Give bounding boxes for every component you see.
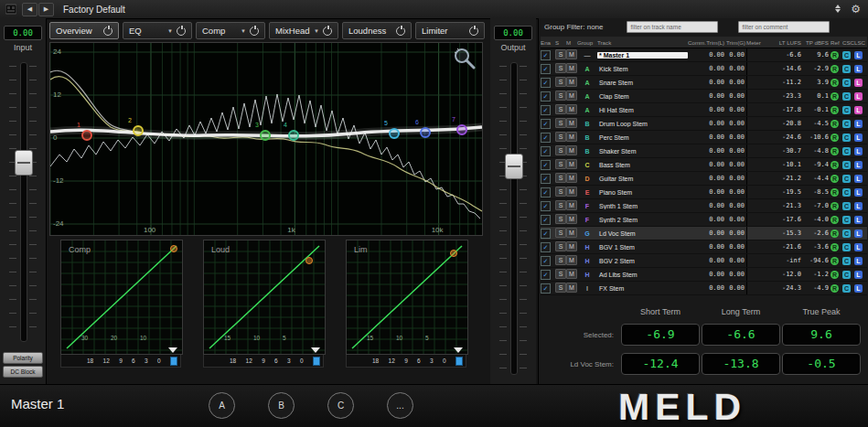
trim-group-value[interactable]: 0.00 bbox=[726, 79, 746, 86]
preset-name[interactable]: Factory Default bbox=[63, 5, 125, 15]
trim-local-value[interactable]: 0.00 bbox=[706, 161, 726, 168]
eq-power-icon[interactable] bbox=[177, 27, 186, 36]
lsc-button[interactable]: L bbox=[854, 51, 863, 59]
table-row[interactable]: ✓ S M B Perc Stem 0.00 0.00 -24.6 -10.6 … bbox=[541, 131, 867, 144]
lsc-button[interactable]: L bbox=[854, 284, 863, 293]
group-filter-label[interactable]: Group Filter: none bbox=[544, 23, 603, 31]
trim-group-value[interactable]: 0.00 bbox=[726, 271, 746, 278]
track-name[interactable]: Kick Stem bbox=[597, 66, 688, 72]
lsc-button[interactable]: L bbox=[854, 216, 863, 224]
trim-group-value[interactable]: 0.00 bbox=[726, 133, 746, 141]
mute-button[interactable]: M bbox=[566, 283, 577, 293]
ref-button[interactable]: R bbox=[830, 51, 839, 59]
csc-button[interactable]: C bbox=[842, 65, 851, 73]
track-name[interactable]: Synth 1 Stem bbox=[597, 203, 688, 209]
trim-group-value[interactable]: 0.00 bbox=[726, 243, 746, 251]
enable-checkbox[interactable]: ✓ bbox=[541, 187, 551, 197]
ref-button[interactable]: R bbox=[830, 230, 839, 238]
mute-button[interactable]: M bbox=[566, 132, 577, 142]
comp-threshold-node[interactable] bbox=[170, 245, 177, 252]
solo-button[interactable]: S bbox=[555, 173, 566, 183]
output-fader[interactable] bbox=[490, 62, 536, 373]
trim-local-value[interactable]: 0.00 bbox=[706, 175, 726, 182]
csc-button[interactable]: C bbox=[842, 106, 851, 114]
enable-checkbox[interactable]: ✓ bbox=[541, 64, 551, 74]
solo-button[interactable]: S bbox=[555, 200, 566, 210]
csc-button[interactable]: C bbox=[842, 202, 851, 210]
enable-checkbox[interactable]: ✓ bbox=[541, 146, 551, 156]
loudness-marker[interactable] bbox=[311, 347, 320, 353]
enable-checkbox[interactable]: ✓ bbox=[541, 283, 551, 294]
mute-button[interactable]: M bbox=[566, 187, 577, 197]
loudness-power-icon[interactable] bbox=[396, 27, 405, 36]
mute-button[interactable]: M bbox=[566, 159, 577, 169]
overview-power-icon[interactable] bbox=[103, 27, 113, 36]
mute-button[interactable]: M bbox=[566, 104, 577, 114]
solo-button[interactable]: S bbox=[555, 269, 566, 279]
csc-button[interactable]: C bbox=[842, 92, 851, 101]
csc-button[interactable]: C bbox=[842, 230, 851, 238]
trim-group-value[interactable]: 0.00 bbox=[726, 106, 746, 113]
polarity-button[interactable]: Polarity bbox=[3, 352, 43, 364]
limiter-threshold-node[interactable] bbox=[450, 250, 457, 257]
solo-button[interactable]: S bbox=[555, 132, 566, 142]
lsc-button[interactable]: L bbox=[854, 243, 863, 251]
table-row[interactable]: ✓ S M — * Master 1 0.00 0.00 -6.6 9.6 R … bbox=[541, 48, 867, 62]
trim-local-value[interactable]: 0.00 bbox=[706, 79, 726, 86]
track-name[interactable]: BGV 2 Stem bbox=[597, 258, 688, 264]
mute-button[interactable]: M bbox=[566, 173, 577, 183]
solo-button[interactable]: S bbox=[555, 187, 566, 197]
lsc-button[interactable]: L bbox=[854, 175, 863, 183]
table-row[interactable]: ✓ S M A Hi Hat Stem 0.00 0.00 -17.8 -0.1… bbox=[541, 103, 867, 117]
mute-button[interactable]: M bbox=[566, 214, 577, 224]
trim-local-value[interactable]: 0.00 bbox=[706, 216, 726, 223]
lsc-button[interactable]: L bbox=[854, 133, 863, 142]
solo-button[interactable]: S bbox=[555, 241, 566, 251]
track-name[interactable]: Guitar Stem bbox=[597, 176, 688, 182]
ref-button[interactable]: R bbox=[830, 216, 839, 224]
table-row[interactable]: ✓ S M D Guitar Stem 0.00 0.00 -21.2 -4.4… bbox=[541, 172, 867, 186]
track-name[interactable]: Snare Stem bbox=[597, 80, 688, 86]
csc-button[interactable]: C bbox=[842, 120, 851, 128]
table-row[interactable]: ✓ S M H Ad Libs Stem 0.00 0.00 -12.0 -1.… bbox=[541, 268, 867, 282]
trim-local-value[interactable]: 0.00 bbox=[706, 243, 726, 251]
loudness-transfer-graph[interactable]: Loud 15 10 5 bbox=[203, 240, 326, 355]
table-row[interactable]: ✓ S M H BGV 2 Stem 0.00 0.00 -inf -94.6 … bbox=[541, 254, 867, 268]
mute-button[interactable]: M bbox=[566, 145, 577, 155]
limiter-marker[interactable] bbox=[454, 347, 463, 353]
output-fader-track[interactable] bbox=[510, 62, 518, 375]
enable-checkbox[interactable]: ✓ bbox=[541, 160, 551, 170]
tab-comp[interactable]: Comp ▼ bbox=[196, 22, 265, 39]
ref-button[interactable]: R bbox=[830, 147, 839, 155]
table-row[interactable]: ✓ S M B Shaker Stem 0.00 0.00 -30.7 -4.8… bbox=[541, 144, 867, 158]
input-gain-value[interactable]: 0.00 bbox=[4, 26, 42, 40]
mute-button[interactable]: M bbox=[566, 200, 577, 210]
eq-node[interactable] bbox=[133, 125, 144, 136]
output-gain-value[interactable]: 0.00 bbox=[494, 26, 532, 40]
enable-checkbox[interactable]: ✓ bbox=[541, 215, 551, 225]
chevron-down-icon[interactable]: ▼ bbox=[241, 28, 246, 34]
chevron-down-icon[interactable]: ▼ bbox=[167, 28, 173, 34]
csc-button[interactable]: C bbox=[842, 284, 851, 293]
solo-button[interactable]: S bbox=[555, 255, 566, 265]
lsc-button[interactable]: L bbox=[854, 257, 863, 265]
lsc-button[interactable]: L bbox=[854, 147, 863, 155]
trim-group-value[interactable]: 0.00 bbox=[726, 161, 746, 168]
csc-button[interactable]: C bbox=[842, 257, 851, 265]
tab-limiter[interactable]: Limiter bbox=[415, 22, 485, 39]
table-row[interactable]: ✓ S M H BGV 1 Stem 0.00 0.00 -21.6 -3.6 … bbox=[541, 240, 867, 254]
trim-local-value[interactable]: 0.00 bbox=[706, 284, 726, 292]
mute-button[interactable]: M bbox=[566, 228, 577, 238]
lsc-button[interactable]: L bbox=[854, 271, 863, 279]
track-name[interactable]: Synth 2 Stem bbox=[597, 217, 688, 223]
table-row[interactable]: ✓ S M F Synth 2 Stem 0.00 0.00 -17.6 -4.… bbox=[541, 213, 867, 227]
ref-button[interactable]: R bbox=[830, 284, 839, 293]
ref-button[interactable]: R bbox=[830, 92, 839, 101]
tab-loudness[interactable]: Loudness bbox=[342, 22, 412, 39]
csc-button[interactable]: C bbox=[842, 147, 851, 155]
lsc-button[interactable]: L bbox=[854, 202, 863, 210]
snapshot-a-button[interactable]: A bbox=[209, 392, 235, 419]
trim-local-value[interactable]: 0.00 bbox=[706, 120, 726, 127]
trim-local-value[interactable]: 0.00 bbox=[706, 271, 726, 278]
ref-button[interactable]: R bbox=[830, 65, 839, 73]
